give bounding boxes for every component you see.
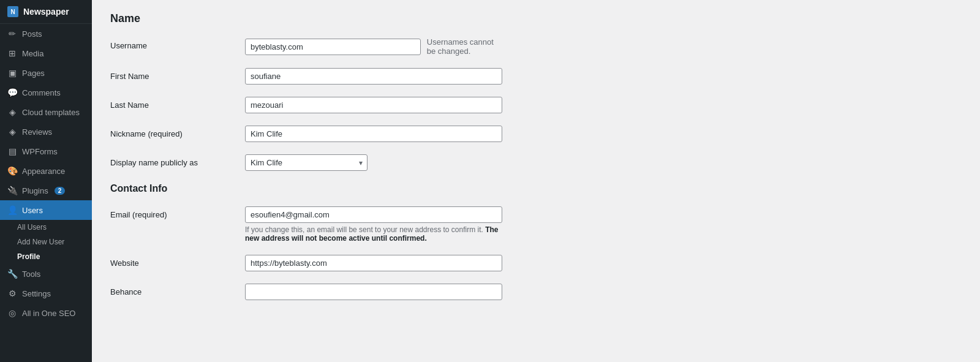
comments-icon: 💬 — [7, 88, 17, 97]
sidebar-logo-label: Newspaper — [23, 7, 69, 17]
tools-icon: 🔧 — [7, 269, 17, 279]
website-field — [245, 255, 502, 271]
sidebar-item-label: Comments — [22, 88, 61, 97]
sidebar: N Newspaper ✏ Posts ⊞ Media ▣ Pages 💬 Co… — [0, 0, 92, 362]
email-field: If you change this, an email will be sen… — [245, 206, 502, 243]
email-label: Email (required) — [110, 206, 233, 219]
sidebar-item-reviews[interactable]: ◈ Reviews — [0, 122, 92, 141]
behance-field — [245, 284, 502, 300]
contact-section-title: Contact Info — [110, 183, 962, 194]
sidebar-logo[interactable]: N Newspaper — [0, 0, 92, 24]
sidebar-item-settings[interactable]: ⚙ Settings — [0, 284, 92, 303]
lastname-input[interactable] — [245, 97, 502, 113]
behance-label: Behance — [110, 284, 233, 296]
settings-icon: ⚙ — [7, 288, 17, 298]
sidebar-item-media[interactable]: ⊞ Media — [0, 43, 92, 63]
add-new-user-link[interactable]: Add New User — [0, 235, 92, 249]
sidebar-item-cloud-templates[interactable]: ◈ Cloud templates — [0, 102, 92, 122]
sidebar-item-label: Reviews — [22, 127, 52, 137]
email-note: If you change this, an email will be sen… — [245, 225, 502, 243]
wpforms-icon: ▤ — [7, 146, 17, 156]
main-content: Name Username Usernames cannot be change… — [92, 0, 980, 362]
sidebar-item-comments[interactable]: 💬 Comments — [0, 83, 92, 102]
firstname-field — [245, 68, 502, 85]
nickname-field — [245, 126, 502, 142]
username-field: Usernames cannot be changed. — [245, 37, 502, 56]
lastname-field — [245, 97, 502, 113]
email-input[interactable] — [245, 206, 502, 223]
sidebar-item-plugins[interactable]: 🔌 Plugins 2 — [0, 181, 92, 200]
nickname-label: Nickname (required) — [110, 126, 233, 138]
newspaper-icon: N — [7, 6, 18, 17]
sidebar-item-wpforms[interactable]: ▤ WPForms — [0, 141, 92, 161]
all-users-link[interactable]: All Users — [0, 220, 92, 235]
email-row: Email (required) If you change this, an … — [110, 206, 962, 243]
sidebar-item-label: Users — [22, 206, 43, 215]
sidebar-item-users[interactable]: 👤 Users — [0, 200, 92, 220]
aioseo-icon: ◎ — [7, 308, 17, 318]
lastname-label: Last Name — [110, 97, 233, 110]
profile-link[interactable]: Profile — [0, 249, 92, 264]
sidebar-item-label: Tools — [22, 270, 40, 279]
sidebar-item-label: All in One SEO — [22, 309, 75, 318]
behance-input[interactable] — [245, 284, 502, 300]
username-row: Username Usernames cannot be changed. — [110, 37, 962, 56]
appearance-icon: 🎨 — [7, 166, 17, 176]
sidebar-item-posts[interactable]: ✏ Posts — [0, 24, 92, 43]
behance-row: Behance — [110, 284, 962, 300]
display-name-label: Display name publicly as — [110, 154, 233, 167]
pages-icon: ▣ — [7, 68, 17, 78]
media-icon: ⊞ — [7, 48, 17, 58]
lastname-row: Last Name — [110, 97, 962, 113]
website-label: Website — [110, 255, 233, 268]
website-input[interactable] — [245, 255, 502, 271]
sidebar-item-label: Cloud templates — [22, 108, 80, 117]
plugins-icon: 🔌 — [7, 186, 17, 195]
firstname-row: First Name — [110, 68, 962, 85]
posts-icon: ✏ — [7, 29, 17, 39]
username-input — [245, 39, 421, 55]
website-row: Website — [110, 255, 962, 271]
display-name-field: Kim Clife — [245, 154, 502, 171]
sidebar-item-label: Plugins — [22, 186, 48, 195]
plugins-badge: 2 — [55, 187, 66, 195]
sidebar-item-label: Posts — [22, 29, 42, 39]
sidebar-item-label: Media — [22, 49, 43, 58]
sidebar-item-label: Settings — [22, 289, 51, 298]
display-name-select[interactable]: Kim Clife — [245, 154, 368, 171]
nickname-row: Nickname (required) — [110, 126, 962, 142]
email-note-text: If you change this, an email will be sen… — [245, 225, 483, 234]
cloud-templates-icon: ◈ — [7, 107, 17, 117]
nickname-input[interactable] — [245, 126, 502, 142]
sidebar-item-tools[interactable]: 🔧 Tools — [0, 264, 92, 284]
sidebar-item-label: Appearance — [22, 167, 65, 176]
firstname-input[interactable] — [245, 68, 502, 85]
display-name-select-wrapper: Kim Clife — [245, 154, 368, 171]
reviews-icon: ◈ — [7, 127, 17, 137]
sidebar-item-appearance[interactable]: 🎨 Appearance — [0, 161, 92, 181]
name-section-title: Name — [110, 12, 962, 25]
users-submenu: All Users Add New User Profile — [0, 220, 92, 264]
sidebar-item-label: WPForms — [22, 147, 58, 156]
sidebar-item-pages[interactable]: ▣ Pages — [0, 63, 92, 83]
username-label: Username — [110, 37, 233, 50]
display-name-row: Display name publicly as Kim Clife — [110, 154, 962, 171]
firstname-label: First Name — [110, 68, 233, 81]
sidebar-item-label: Pages — [22, 69, 45, 78]
sidebar-item-aioseo[interactable]: ◎ All in One SEO — [0, 303, 92, 323]
username-note: Usernames cannot be changed. — [427, 37, 502, 56]
users-icon: 👤 — [7, 205, 17, 215]
